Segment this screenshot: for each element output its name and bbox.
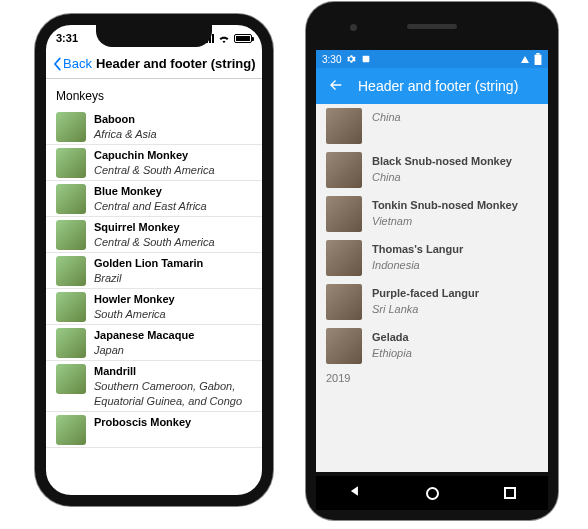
monkey-name: Baboon — [94, 112, 157, 127]
android-camera-dot — [350, 24, 357, 31]
monkey-location: Vietnam — [372, 214, 518, 230]
list-item[interactable]: Baboon Africa & Asia — [46, 109, 262, 145]
list-footer: 2019 — [316, 368, 548, 388]
list-item[interactable]: Proboscis Monkey — [46, 412, 262, 448]
monkey-name: Squirrel Monkey — [94, 220, 215, 235]
monkey-location: Africa & Asia — [94, 127, 157, 142]
list-item[interactable]: Tonkin Snub-nosed Monkey Vietnam — [316, 192, 548, 236]
monkey-thumbnail — [326, 152, 362, 188]
monkey-location: Southern Cameroon, Gabon, Equatorial Gui… — [94, 379, 252, 409]
monkey-location: South America — [94, 307, 175, 322]
android-device-frame: 3:30 Header and footer (string) — [306, 2, 558, 520]
android-list-view[interactable]: China Black Snub-nosed Monkey China Tonk… — [316, 104, 548, 472]
android-speaker — [407, 24, 457, 29]
monkey-thumbnail — [56, 328, 86, 358]
ios-nav-bar: Back Header and footer (string) — [46, 49, 262, 79]
list-item[interactable]: Thomas's Langur Indonesia — [316, 236, 548, 280]
monkey-location: Sri Lanka — [372, 302, 479, 318]
monkey-location: Central & South America — [94, 163, 215, 178]
bullet-icon — [361, 54, 371, 64]
monkey-thumbnail — [56, 415, 86, 445]
gear-icon — [346, 54, 356, 64]
android-status-bar: 3:30 — [316, 50, 548, 68]
triangle-left-icon — [348, 484, 362, 498]
monkey-location: China — [372, 110, 401, 126]
iphone-notch — [96, 23, 212, 47]
svg-rect-2 — [536, 53, 539, 55]
android-nav-bar — [316, 476, 548, 510]
android-app-bar: Header and footer (string) — [316, 68, 548, 104]
monkey-location: Central and East Africa — [94, 199, 207, 214]
monkey-location: China — [372, 170, 512, 186]
svg-rect-1 — [535, 55, 542, 65]
ios-list-view[interactable]: Monkeys Baboon Africa & Asia Capuchin Mo… — [46, 79, 262, 495]
list-item[interactable]: Black Snub-nosed Monkey China — [316, 148, 548, 192]
arrow-left-icon — [328, 77, 344, 93]
monkey-location: Ethiopia — [372, 346, 412, 362]
list-item[interactable]: Japanese Macaque Japan — [46, 325, 262, 361]
list-header: Monkeys — [46, 79, 262, 109]
monkey-name: Gelada — [372, 330, 412, 346]
android-status-time: 3:30 — [322, 54, 341, 65]
monkey-thumbnail — [56, 148, 86, 178]
monkey-location: Central & South America — [94, 235, 215, 250]
battery-icon — [534, 53, 542, 65]
back-button[interactable] — [328, 77, 344, 96]
chevron-left-icon — [52, 57, 62, 71]
monkey-thumbnail — [56, 220, 86, 250]
monkey-thumbnail — [326, 108, 362, 144]
monkey-name: Japanese Macaque — [94, 328, 194, 343]
list-item[interactable]: Purple-faced Langur Sri Lanka — [316, 280, 548, 324]
monkey-name: Blue Monkey — [94, 184, 207, 199]
monkey-thumbnail — [56, 292, 86, 322]
list-item[interactable]: Capuchin Monkey Central & South America — [46, 145, 262, 181]
monkey-location: Indonesia — [372, 258, 463, 274]
monkey-thumbnail — [56, 364, 86, 394]
nav-recents-button[interactable] — [504, 487, 516, 499]
page-title: Header and footer (string) — [358, 78, 518, 94]
monkey-thumbnail — [326, 328, 362, 364]
nav-back-button[interactable] — [348, 484, 362, 502]
monkey-name: Tonkin Snub-nosed Monkey — [372, 198, 518, 214]
monkey-name: Black Snub-nosed Monkey — [372, 154, 512, 170]
list-item[interactable]: Squirrel Monkey Central & South America — [46, 217, 262, 253]
ios-status-time: 3:31 — [56, 32, 78, 44]
list-item[interactable]: Golden Lion Tamarin Brazil — [46, 253, 262, 289]
monkey-name: Proboscis Monkey — [94, 415, 191, 430]
back-button[interactable]: Back — [52, 56, 92, 71]
nav-home-button[interactable] — [426, 487, 439, 500]
monkey-thumbnail — [326, 240, 362, 276]
monkey-thumbnail — [56, 256, 86, 286]
monkey-thumbnail — [326, 196, 362, 232]
monkey-name: Golden Lion Tamarin — [94, 256, 203, 271]
monkey-thumbnail — [326, 284, 362, 320]
list-item[interactable]: Blue Monkey Central and East Africa — [46, 181, 262, 217]
monkey-name: Purple-faced Langur — [372, 286, 479, 302]
wifi-icon — [218, 34, 230, 43]
monkey-location: Brazil — [94, 271, 203, 286]
back-button-label: Back — [63, 56, 92, 71]
monkey-name: Capuchin Monkey — [94, 148, 215, 163]
list-item[interactable]: China — [316, 104, 548, 148]
monkey-thumbnail — [56, 112, 86, 142]
monkey-name: Thomas's Langur — [372, 242, 463, 258]
battery-icon — [234, 34, 252, 43]
list-item[interactable]: Howler Monkey South America — [46, 289, 262, 325]
page-title: Header and footer (string) — [96, 56, 256, 71]
monkey-thumbnail — [56, 184, 86, 214]
monkey-location: Japan — [94, 343, 194, 358]
list-item[interactable]: Gelada Ethiopia — [316, 324, 548, 368]
list-item[interactable]: Mandrill Southern Cameroon, Gabon, Equat… — [46, 361, 262, 412]
svg-rect-0 — [363, 56, 370, 63]
iphone-device-frame: 3:31 Back Header and footer (string) Mon… — [35, 14, 273, 506]
signal-icon — [521, 56, 529, 63]
android-screen: 3:30 Header and footer (string) — [316, 50, 548, 472]
monkey-name: Mandrill — [94, 364, 252, 379]
monkey-name: Howler Monkey — [94, 292, 175, 307]
